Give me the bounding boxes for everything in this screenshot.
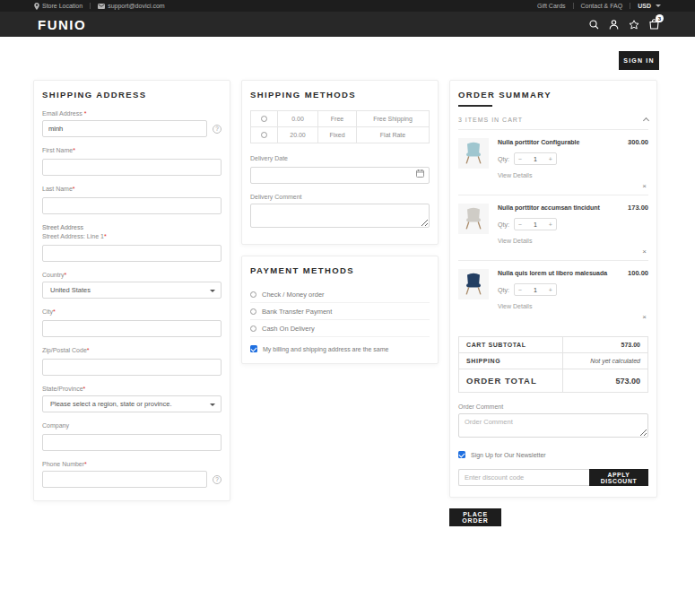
city-input[interactable]	[42, 320, 222, 337]
apply-discount-button[interactable]: APPLY DISCOUNT	[589, 469, 648, 486]
sign-in-button[interactable]: SIGN IN	[619, 51, 659, 70]
email-input[interactable]	[42, 120, 207, 137]
shipping-method-price: 0.00	[278, 111, 318, 127]
wishlist-star-icon[interactable]	[629, 20, 639, 30]
qty-input[interactable]	[528, 156, 543, 162]
qty-input[interactable]	[528, 221, 543, 228]
city-label: City*	[42, 308, 222, 315]
payment-radio[interactable]	[250, 308, 256, 315]
contact-faq-link[interactable]: Contact & FAQ	[581, 3, 623, 9]
payment-option-cash-on-delivery[interactable]: Cash On Delivery	[250, 320, 430, 337]
qty-increase-button[interactable]: +	[549, 156, 552, 162]
required-mark: *	[87, 347, 90, 353]
qty-decrease-button[interactable]: −	[518, 156, 522, 162]
state-field-group: State/Province* Please select a region, …	[42, 386, 222, 412]
cart-count-badge: 3	[656, 14, 664, 22]
search-icon[interactable]	[589, 20, 599, 30]
delivery-date-input[interactable]	[250, 167, 430, 184]
view-details-link[interactable]: View Details	[498, 303, 532, 309]
calendar-icon[interactable]	[416, 169, 424, 178]
order-comment-field-group: Order Comment	[458, 403, 648, 441]
support-email-link[interactable]: support@dovici.com	[98, 3, 165, 9]
order-total-label: ORDER TOTAL	[459, 369, 563, 393]
city-field-group: City*	[42, 308, 222, 337]
help-icon[interactable]: ?	[213, 125, 222, 134]
discount-section: APPLY DISCOUNT	[458, 469, 648, 486]
shipping-method-radio[interactable]	[261, 132, 267, 138]
item-name: Nulla porttitor accumsan tincidunt	[498, 204, 600, 212]
help-icon[interactable]: ?	[213, 475, 222, 484]
newsletter-label: Sign Up for Our Newsletter	[471, 452, 546, 458]
street-line1-field-group: Street Address: Line 1*	[42, 233, 222, 262]
cart-icon[interactable]: 3	[649, 19, 659, 30]
payment-option-bank-transfer[interactable]: Bank Transfer Payment	[250, 303, 430, 320]
items-in-cart-header[interactable]: 3 ITEMS IN CART	[458, 116, 648, 130]
discount-code-input[interactable]	[458, 469, 589, 486]
logo[interactable]: FUNIO	[38, 17, 86, 32]
qty-decrease-button[interactable]: −	[518, 221, 522, 228]
chevron-down-icon	[210, 403, 215, 406]
street-line1-label: Street Address: Line 1*	[42, 233, 222, 239]
shipping-methods-card: SHIPPING METHODS 0.00 Free Free Shipping…	[241, 80, 439, 245]
qty-increase-button[interactable]: +	[549, 287, 552, 293]
first-name-field-group: First Name*	[42, 147, 222, 176]
remove-item-icon[interactable]: ×	[642, 183, 647, 190]
shipping-method-radio[interactable]	[261, 116, 267, 122]
order-total-row: ORDER TOTAL 573.00	[459, 369, 648, 393]
subtotal-value: 573.00	[563, 337, 648, 353]
store-location-link[interactable]: Store Location	[34, 3, 83, 10]
qty-increase-button[interactable]: +	[549, 221, 552, 228]
last-name-input[interactable]	[42, 197, 222, 214]
shipping-method-row: 20.00 Fixed Flat Rate	[251, 127, 430, 143]
item-name: Nulla quis lorem ut libero malesuada	[498, 269, 607, 277]
item-price: 100.00	[628, 269, 648, 277]
state-selected-value: Please select a region, state or provinc…	[50, 400, 172, 408]
newsletter-checkbox[interactable]	[458, 451, 465, 458]
shipping-address-card: SHIPPING ADDRESS Email Address * ? First…	[33, 80, 230, 501]
required-mark: *	[104, 233, 107, 239]
phone-input[interactable]	[42, 471, 207, 488]
chair-image	[461, 272, 486, 297]
remove-item-icon[interactable]: ×	[642, 248, 647, 256]
place-order-button[interactable]: PLACE ORDER	[449, 508, 501, 526]
zip-label: Zip/Postal Code*	[42, 347, 222, 353]
quantity-stepper: − +	[514, 152, 557, 165]
chevron-up-icon	[643, 117, 649, 124]
last-name-field-group: Last Name*	[42, 186, 222, 214]
product-thumbnail	[458, 269, 489, 299]
state-select[interactable]: Please select a region, state or provinc…	[42, 395, 222, 412]
qty-input[interactable]	[528, 287, 543, 293]
delivery-comment-textarea[interactable]	[250, 204, 430, 228]
billing-same-checkbox[interactable]	[250, 345, 257, 352]
remove-item-icon[interactable]: ×	[642, 314, 647, 321]
payment-radio[interactable]	[250, 291, 256, 298]
currency-selector[interactable]: USD	[638, 3, 661, 9]
country-select[interactable]: United States	[42, 282, 222, 299]
shipping-method-carrier: Free Shipping	[357, 111, 430, 127]
payment-radio[interactable]	[250, 325, 256, 332]
street-line1-input[interactable]	[42, 245, 222, 262]
street-address-section-label: Street Address	[42, 224, 222, 230]
cart-item: Nulla quis lorem ut libero malesuada Qty…	[458, 261, 648, 325]
payment-option-check-money[interactable]: Check / Money order	[250, 286, 430, 303]
divider	[573, 3, 574, 9]
company-field-group: Company	[42, 422, 222, 451]
chevron-down-icon	[210, 290, 215, 292]
view-details-link[interactable]: View Details	[498, 172, 532, 178]
delivery-date-field-group: Delivery Date	[250, 155, 430, 184]
account-icon[interactable]	[609, 20, 619, 30]
company-input[interactable]	[42, 434, 222, 451]
order-comment-textarea[interactable]	[458, 413, 648, 438]
shipping-method-price: 20.00	[278, 127, 318, 143]
first-name-label: First Name*	[42, 147, 222, 153]
shipping-method-type: Fixed	[318, 127, 357, 143]
view-details-link[interactable]: View Details	[498, 238, 532, 244]
zip-input[interactable]	[42, 359, 222, 376]
payment-methods-title: PAYMENT METHODS	[250, 265, 430, 275]
required-mark: *	[83, 386, 86, 392]
first-name-input[interactable]	[42, 159, 222, 176]
subtotal-row: CART SUBTOTAL 573.00	[459, 337, 648, 353]
qty-decrease-button[interactable]: −	[518, 287, 522, 293]
gift-cards-link[interactable]: Gift Cards	[537, 3, 566, 9]
qty-label: Qty:	[498, 287, 509, 293]
